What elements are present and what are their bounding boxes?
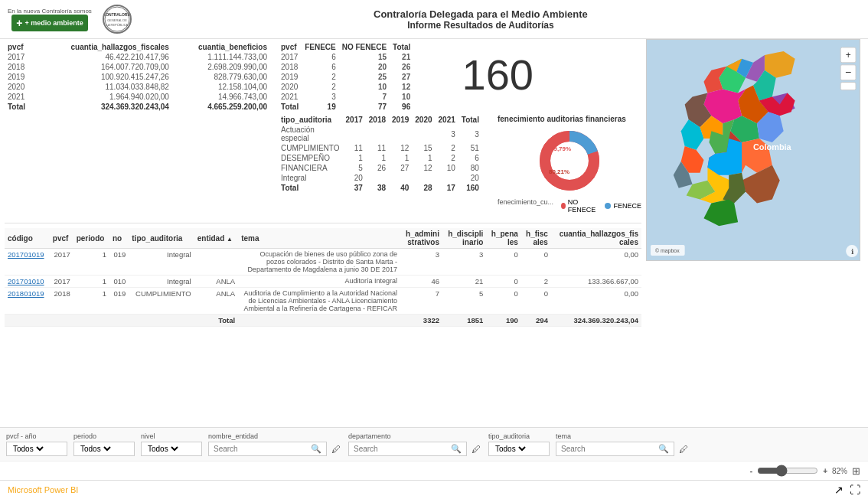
- pvcf-ano-label: pvcf - año: [6, 432, 67, 440]
- filter-pvcf-ano: pvcf - año Todos: [6, 432, 67, 456]
- svg-text:80,21%: 80,21%: [549, 168, 569, 175]
- cuantia-row: Total 324.369.320.243,04 4.665.259.200,0…: [5, 102, 270, 112]
- nombre-entidad-search[interactable]: 🔍: [208, 442, 327, 456]
- no-fenece-val: 77: [339, 102, 390, 112]
- legend-fenece: FENECE: [605, 198, 641, 214]
- col-beneficios: cuantia_beneficios: [172, 42, 270, 52]
- detail-codigo[interactable]: 201801019: [5, 288, 50, 315]
- col-2021: 2021: [436, 115, 458, 125]
- search-icon-departamento: 🔍: [451, 444, 462, 454]
- logo-medio-ambiente: + + medio ambiente: [11, 15, 87, 31]
- audit-2021: 10: [436, 163, 458, 173]
- cuantia-beneficios: 12.158.104,00: [172, 82, 270, 92]
- big-number: 160: [462, 50, 534, 99]
- periodo-dropdown[interactable]: Todos: [77, 444, 113, 454]
- audit-2018: [366, 125, 389, 143]
- svg-rect-16: [840, 83, 856, 90]
- donut-section: fenecimiento auditorias financieras: [498, 115, 641, 214]
- fenece-dot: [605, 203, 611, 209]
- map-container[interactable]: Colombia + − © mapbox ℹ: [646, 39, 860, 261]
- search-icon-tema: 🔍: [658, 444, 669, 454]
- cuantia-beneficios: 1.111.144.733,00: [172, 52, 270, 62]
- clear-departamento[interactable]: 🖊: [470, 444, 482, 455]
- col-no: no: [109, 228, 129, 249]
- detail-codigo[interactable]: 201701019: [5, 249, 50, 276]
- detail-row: 201701019 2017 1 019 Integral Ocupación …: [5, 249, 641, 276]
- no-fenece-val: 20: [339, 62, 390, 72]
- tipo-auditoria-dropdown[interactable]: Todos: [492, 444, 528, 454]
- audit-total: 20: [458, 173, 482, 183]
- fenece-row: 2018 6 20 26: [278, 62, 413, 72]
- nivel-dropdown[interactable]: Todos: [145, 444, 181, 454]
- audit-2019: [389, 173, 412, 183]
- fenece-table-wrapper: pvcf FENECE NO FENECE Total 2017 6 15 21…: [278, 42, 413, 112]
- col-hallazgos: cuantia_hallazgos_fiscales: [36, 42, 172, 52]
- cuantia-row: 2020 11.034.033.848,82 12.158.104,00: [5, 82, 270, 92]
- detail-total-h-adm: 3322: [400, 315, 442, 327]
- detail-codigo[interactable]: 201701010: [5, 276, 50, 288]
- cuantia-hallazgos: 1.964.940.020,00: [36, 92, 172, 102]
- detail-total-cuantia: 324.369.320.243,04: [551, 315, 641, 327]
- filters-bar: pvcf - año Todos periodo Todos nivel Tod…: [0, 427, 868, 461]
- audit-total: 3: [458, 125, 482, 143]
- power-bi-link[interactable]: Microsoft Power BI: [8, 485, 78, 494]
- header: En la nueva Contraloría somos + + medio …: [0, 0, 868, 39]
- detail-periodo: 1: [73, 288, 109, 315]
- audit-total: 160: [458, 183, 482, 193]
- logo-tagline: En la nueva Contraloría somos: [8, 8, 92, 15]
- svg-text:−: −: [845, 66, 851, 78]
- audit-2018: [366, 173, 389, 183]
- audit-2020: 28: [412, 183, 435, 193]
- zoom-plus[interactable]: +: [823, 467, 827, 475]
- periodo-select[interactable]: Todos: [73, 442, 135, 456]
- audit-2020: [412, 125, 435, 143]
- col-pvcf3: pvcf: [50, 228, 73, 249]
- fit-icon[interactable]: ⊞: [852, 465, 860, 477]
- fenece-val: 6: [302, 62, 339, 72]
- detail-cuantia: 133.366.667,00: [551, 276, 641, 288]
- audit-type-row: FINANCIERA 5 26 27 12 10 80: [278, 163, 482, 173]
- col-no-fenece: NO FENECE: [339, 42, 390, 52]
- audit-2020: 12: [412, 163, 435, 173]
- no-fenece-val: 25: [339, 72, 390, 82]
- tipo-auditoria-select[interactable]: Todos: [488, 442, 550, 456]
- cuantia-beneficios: 2.698.209.990,00: [172, 62, 270, 72]
- detail-h-pen: 0: [486, 249, 521, 276]
- top-section: pvcf cuantia_hallazgos_fiscales cuantia_…: [5, 42, 641, 214]
- audit-2019: [389, 125, 412, 143]
- cuantia-pvcf: Total: [5, 102, 36, 112]
- audit-2017: 20: [343, 173, 366, 183]
- audit-type-row: Total 37 38 40 28 17 160: [278, 183, 482, 193]
- clear-tema[interactable]: 🖊: [677, 444, 690, 455]
- col-total2: Total: [458, 115, 482, 125]
- zoom-slider[interactable]: [757, 465, 818, 477]
- departamento-label: departamento: [348, 432, 482, 440]
- pvcf-ano-dropdown[interactable]: Todos: [10, 444, 46, 454]
- nivel-select[interactable]: Todos: [141, 442, 202, 456]
- pvcf-ano-select[interactable]: Todos: [6, 442, 67, 456]
- audit-2021: 3: [436, 125, 458, 143]
- cuantia-hallazgos: 11.034.033.848,82: [36, 82, 172, 92]
- fullscreen-icon[interactable]: ⛶: [850, 484, 860, 496]
- svg-text:19,79%: 19,79%: [550, 145, 571, 152]
- tema-input[interactable]: [561, 445, 658, 453]
- nombre-entidad-input[interactable]: [214, 445, 311, 453]
- fenece-row: 2020 2 10 12: [278, 82, 413, 92]
- departamento-search[interactable]: 🔍: [348, 442, 467, 456]
- clear-entidad[interactable]: 🖊: [330, 444, 342, 455]
- zoom-minus[interactable]: -: [750, 467, 752, 475]
- audit-type-row: CUMPLIMIENTO 11 11 12 15 2 51: [278, 143, 482, 153]
- detail-total-row: Total 3322 1851 190 294 324.369.320.243,…: [5, 315, 641, 327]
- fenece-row: Total 19 77 96: [278, 102, 413, 112]
- audit-2021: 17: [436, 183, 458, 193]
- detail-h-pen: 0: [486, 276, 521, 288]
- header-title: Contraloría Delegada para el Medio Ambie…: [132, 8, 830, 31]
- departamento-input[interactable]: [354, 445, 451, 453]
- fenece-total: 21: [390, 52, 413, 62]
- tema-search[interactable]: 🔍: [556, 442, 674, 456]
- detail-tema: Ocupación de bienes de uso público zona …: [238, 249, 400, 276]
- share-icon[interactable]: ↗: [834, 484, 844, 496]
- fenece-label: FENECE: [613, 202, 641, 210]
- col-tipo: tipo_auditoria: [278, 115, 343, 125]
- col-entidad: entidad ▲: [194, 228, 238, 249]
